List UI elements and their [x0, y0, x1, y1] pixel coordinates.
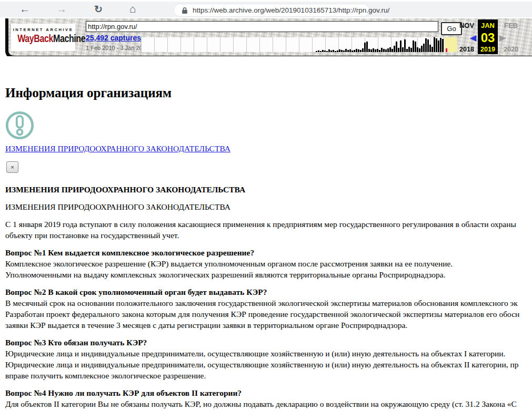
- sparkline-bar[interactable]: [402, 47, 404, 52]
- nav-next-month[interactable]: FEB: [498, 19, 524, 31]
- sparkline-bar[interactable]: [324, 50, 326, 52]
- close-button[interactable]: ×: [6, 161, 18, 173]
- sparkline-bar[interactable]: [406, 49, 408, 52]
- sparkline-bar[interactable]: [387, 48, 389, 52]
- sparkline-bar[interactable]: [442, 39, 444, 52]
- sparkline-bar[interactable]: [375, 49, 376, 52]
- sparkline-bar[interactable]: [368, 49, 370, 52]
- home-icon[interactable]: ⌂: [126, 2, 139, 16]
- sparkline-bar[interactable]: [318, 50, 319, 52]
- sparkline-bar[interactable]: [400, 40, 401, 52]
- sparkline-bar[interactable]: [345, 49, 347, 52]
- sparkline-bar[interactable]: [404, 39, 406, 52]
- sparkline-bar[interactable]: [425, 38, 427, 52]
- sparkline-bar[interactable]: [419, 48, 420, 52]
- sparkline-bar[interactable]: [326, 51, 328, 52]
- sparkline-bar[interactable]: [316, 51, 317, 52]
- sparkline-bar[interactable]: [421, 46, 423, 52]
- sparkline-bar[interactable]: [381, 48, 383, 52]
- sparkline-bar[interactable]: [343, 50, 345, 52]
- sparkline-bar[interactable]: [417, 47, 418, 52]
- address-url[interactable]: https://web.archive.org/web/201901031657…: [193, 6, 389, 14]
- sparkline-bar[interactable]: [341, 50, 343, 52]
- sparkline-bar[interactable]: [415, 42, 416, 52]
- paragraph: Вопрос №4 Нужно ли получать КЭР для объе…: [5, 387, 532, 411]
- paragraph: Вопрос №3 Кто обязан получать КЭР?Юридич…: [5, 337, 532, 381]
- forward-icon[interactable]: →: [55, 2, 68, 16]
- sparkline-bar[interactable]: [356, 49, 357, 52]
- sparkline-bar[interactable]: [328, 49, 330, 52]
- sparkline-bar[interactable]: [373, 48, 374, 52]
- content-line: Вопрос №1 Кем выдается комплексное эколо…: [5, 247, 532, 258]
- sparkline-bar[interactable]: [440, 38, 441, 52]
- sparkline-bar[interactable]: [434, 37, 435, 52]
- content-line: В месячный срок на основании положительн…: [5, 297, 532, 309]
- content-line: Юридические лица и индивидуальные предпр…: [5, 359, 532, 370]
- back-icon[interactable]: ←: [18, 2, 32, 16]
- archived-page: Информация организациям ИЗМЕНЕНИЯ ПРИРОД…: [0, 56, 532, 411]
- sparkline-bar[interactable]: [366, 42, 368, 52]
- nav-next-year[interactable]: 2020: [498, 45, 524, 54]
- sparkline-bar[interactable]: [385, 49, 387, 52]
- sparkline-bar[interactable]: [362, 48, 364, 52]
- wayback-toolbar: INTERNET ARCHIVE WayBackMachine Go 25,49…: [5, 18, 532, 59]
- sparkline-bar[interactable]: [398, 48, 399, 52]
- sparkline-bar[interactable]: [358, 49, 359, 52]
- refresh-icon[interactable]: ↻: [92, 2, 105, 16]
- sparkline-bar[interactable]: [370, 49, 372, 52]
- nav-prev-year[interactable]: 2018: [456, 45, 478, 54]
- content-line: ИЗМЕНЕНИЯ ПРИРОДООХРАННОГО ЗАКОНОДАТЕЛЬС…: [5, 184, 532, 195]
- nav-current-day: 03: [478, 31, 498, 45]
- sparkline-bar[interactable]: [377, 49, 378, 52]
- sparkline-bar[interactable]: [396, 42, 397, 52]
- sparkline-bar[interactable]: [394, 46, 395, 52]
- sparkline-bar[interactable]: [389, 47, 391, 52]
- next-capture-arrow-icon[interactable]: ▶: [498, 31, 524, 45]
- content-line: С 1 января 2019 года вступают в силу пол…: [5, 219, 532, 230]
- legislation-changes-link[interactable]: ИЗМЕНЕНИЯ ПРИРОДООХРАННОГО ЗАКОНОДАТЕЛЬС…: [5, 144, 230, 153]
- address-bar[interactable]: https://web.archive.org/web/201901031657…: [174, 4, 369, 17]
- nav-current-year: 2019: [478, 45, 498, 54]
- sparkline-bar[interactable]: [330, 50, 332, 52]
- paragraph: Вопрос №1 Кем выдается комплексное эколо…: [5, 247, 532, 280]
- wayback-logo-name: WayBackMachine: [17, 33, 69, 45]
- sparkline-bar[interactable]: [322, 50, 324, 52]
- sparkline-bar[interactable]: [438, 40, 439, 52]
- sparkline-bar[interactable]: [352, 50, 353, 52]
- sparkline-bar[interactable]: [413, 40, 414, 52]
- sparkline-bar[interactable]: [431, 47, 433, 52]
- sparkline-bar[interactable]: [339, 49, 340, 52]
- wayback-url-input[interactable]: [86, 21, 438, 32]
- sparkline-bar[interactable]: [349, 49, 351, 52]
- sparkline-bar[interactable]: [423, 44, 425, 52]
- sparkline-bar[interactable]: [364, 43, 366, 52]
- captures-link[interactable]: 25,492 captures: [86, 34, 141, 42]
- content-line: Для объектов II категории Вы не обязаны …: [5, 398, 532, 409]
- sparkline-bar[interactable]: [379, 50, 380, 52]
- prev-capture-arrow-icon[interactable]: ◀: [456, 31, 478, 45]
- sparkline-bar[interactable]: [320, 51, 322, 52]
- wayback-logo[interactable]: INTERNET ARCHIVE WayBackMachine: [11, 24, 75, 51]
- sparkline-bar[interactable]: [360, 50, 362, 52]
- sparkline-bar[interactable]: [347, 50, 349, 52]
- sparkline-bar[interactable]: [408, 47, 410, 52]
- sparkline-bar[interactable]: [427, 39, 429, 52]
- calendar-nav: NOV JAN FEB ◀ 03 ▶ 2018 2019 2020: [456, 19, 529, 54]
- content-line: Вопрос №2 В какой срок уполномоченный ор…: [5, 286, 532, 297]
- sparkline-bar[interactable]: [436, 38, 437, 52]
- sparkline-bar[interactable]: [429, 45, 431, 52]
- sparkline-bar[interactable]: [354, 50, 355, 52]
- sparkline-bars[interactable]: [316, 37, 444, 52]
- sparkline-bar[interactable]: [333, 50, 334, 52]
- sparkline-bar[interactable]: [335, 51, 336, 52]
- wayback-logo-top: INTERNET ARCHIVE: [11, 27, 75, 32]
- sparkline-bar[interactable]: [410, 48, 412, 52]
- page-title: Информация организациям: [5, 86, 172, 100]
- capture-timeline[interactable]: [141, 37, 445, 52]
- sparkline-bar[interactable]: [337, 50, 338, 52]
- sparkline-bar[interactable]: [383, 49, 385, 52]
- paragraph: С 1 января 2019 года вступают в силу пол…: [5, 219, 532, 241]
- nav-prev-month[interactable]: NOV: [456, 19, 478, 31]
- sparkline-bar[interactable]: [392, 49, 393, 52]
- lock-icon: [182, 7, 188, 14]
